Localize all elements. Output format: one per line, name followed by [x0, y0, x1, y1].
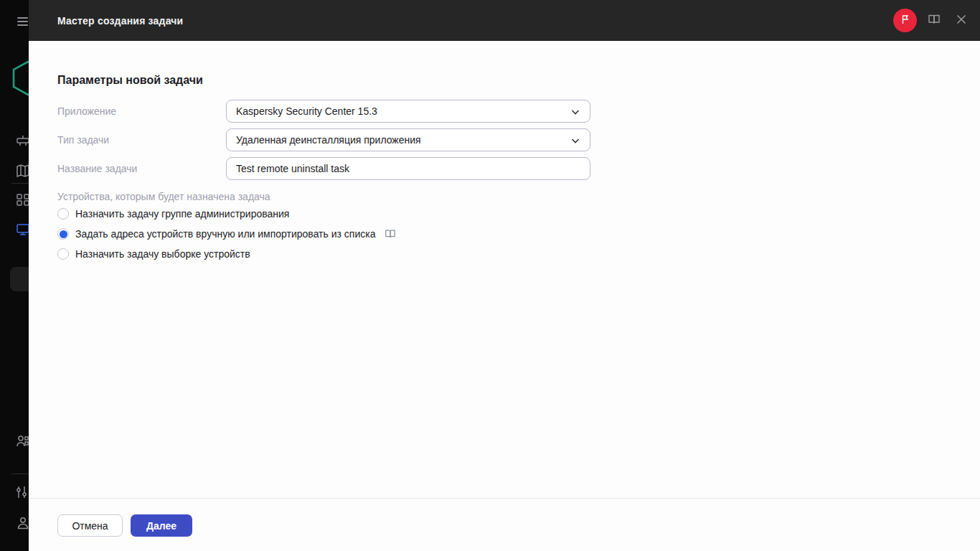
help-button[interactable]	[924, 11, 944, 31]
task-name-label: Название задачи	[57, 163, 226, 174]
form-row-task-type: Тип задачи Удаленная деинсталляция прило…	[57, 128, 590, 151]
kaspersky-logo	[11, 60, 29, 99]
page-title: Параметры новой задачи	[57, 74, 203, 87]
application-select-value: Kaspersky Security Center 15.3	[236, 105, 377, 117]
task-name-input[interactable]	[226, 157, 590, 180]
monitor-icon[interactable]	[16, 222, 29, 237]
radio-assign-to-selection[interactable]: Назначить задачу выборке устройств	[57, 248, 250, 260]
wizard-title: Мастер создания задачи	[57, 15, 183, 27]
footer-divider	[29, 498, 980, 499]
flag-icon	[900, 14, 911, 28]
app-sidebar	[0, 0, 29, 551]
radio-assign-to-group[interactable]: Назначить задачу группе администрировани…	[57, 208, 289, 220]
radio-unchecked-icon	[57, 208, 69, 220]
task-type-label: Тип задачи	[57, 134, 226, 146]
grid-icon[interactable]	[16, 192, 29, 207]
wizard-body: Параметры новой задачи Приложение Kasper…	[29, 41, 980, 551]
cancel-button[interactable]: Отмена	[57, 514, 123, 537]
form-row-task-name: Название задачи	[57, 157, 590, 180]
form-row-application: Приложение Kaspersky Security Center 15.…	[57, 100, 590, 123]
close-button[interactable]	[951, 11, 971, 31]
open-book-icon	[928, 13, 941, 29]
task-type-select-value: Удаленная деинсталляция приложения	[236, 134, 421, 146]
sliders-icon[interactable]	[16, 485, 29, 499]
user-icon[interactable]	[16, 516, 29, 530]
chevron-down-icon	[570, 136, 580, 148]
wizard-footer: Отмена Далее	[57, 514, 192, 537]
server-icon[interactable]	[16, 134, 29, 149]
radio-checked-icon	[57, 228, 69, 240]
devices-section-label: Устройства, которым будет назначена зада…	[57, 191, 270, 202]
map-icon[interactable]	[16, 164, 29, 178]
sidebar-active-item[interactable]	[10, 267, 29, 291]
wizard-header: Мастер создания задачи	[29, 0, 980, 41]
chevron-down-icon	[570, 107, 580, 119]
radio-specify-addresses[interactable]: Задать адреса устройств вручную или импо…	[57, 228, 396, 240]
radio-unchecked-icon	[57, 248, 69, 260]
task-type-select[interactable]: Удаленная деинсталляция приложения	[226, 128, 590, 151]
users-icon[interactable]	[16, 434, 29, 448]
option-help-book-icon[interactable]	[385, 228, 396, 240]
application-label: Приложение	[57, 105, 226, 117]
next-button[interactable]: Далее	[131, 514, 192, 537]
application-select[interactable]: Kaspersky Security Center 15.3	[226, 100, 590, 123]
task-wizard-window: Мастер создания задачи	[29, 0, 980, 551]
menu-icon[interactable]	[17, 17, 28, 28]
whats-new-button[interactable]	[893, 9, 917, 32]
close-icon	[956, 14, 967, 28]
